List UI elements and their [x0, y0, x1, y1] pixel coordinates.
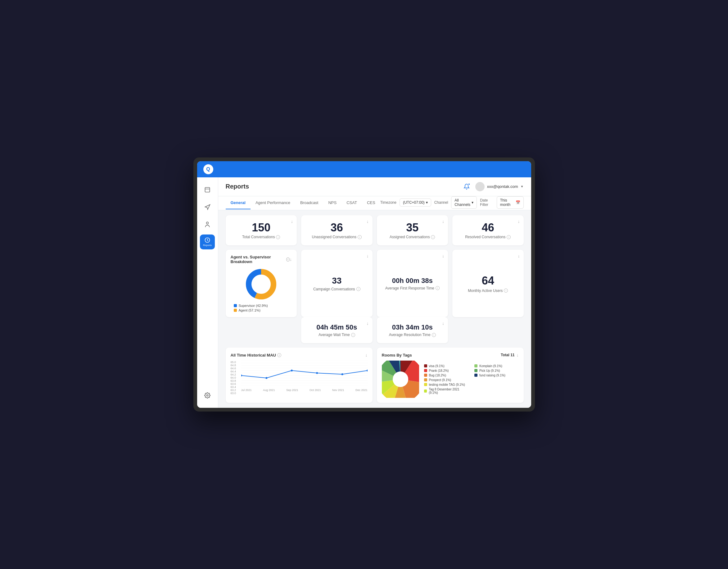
download-mau[interactable]: ↓ [518, 253, 520, 258]
mau-card: ↓ 64 Monthly Active Users i [452, 250, 524, 317]
wait-number: 04h 45m 50s [316, 323, 357, 332]
info-icon-resolved: i [507, 235, 511, 239]
avatar [475, 182, 485, 191]
info-icon-first-response: i [436, 286, 440, 290]
download-resolution[interactable]: ↓ [442, 321, 444, 326]
mau-chart-title: All Time Historical MAU i [231, 353, 281, 358]
assigned-conversations-number: 35 [406, 221, 418, 234]
legend-bug: Bug (18.2%) [424, 374, 468, 377]
legend-prank: Prank (18.2%) [424, 369, 468, 373]
avg-first-response-card: ↓ 00h 00m 38s Average First Response Tim… [377, 250, 448, 317]
stat-cards-row: ↓ 150 Total Conversations i ↓ 36 Unassi [226, 215, 524, 246]
stat-card-unassigned: ↓ 36 Unassigned Conversations i [301, 215, 373, 246]
info-icon-mau: i [504, 289, 508, 293]
sidebar-item-settings[interactable] [200, 388, 215, 403]
avg-wait-card: ↓ 04h 45m 50s Average Wait Time i [301, 317, 373, 343]
download-total[interactable]: ↓ [291, 219, 293, 224]
download-breakdown[interactable]: ↓ [290, 257, 292, 262]
breakdown-title-row: Agent vs. Supervisor Breakdown i ↓ [231, 255, 292, 264]
download-unassigned[interactable]: ↓ [367, 219, 369, 224]
user-email: xxx@qontak.com [487, 184, 518, 189]
sidebar-item-contacts[interactable] [200, 217, 215, 232]
tabs-filters: Timezone (UTC+07:00) ▾ Channel All Chann… [380, 196, 524, 210]
unassigned-conversations-label: Unassigned Conversations i [312, 235, 362, 239]
line-chart-svg [241, 361, 368, 386]
stat-card-total: ↓ 150 Total Conversations i [226, 215, 297, 246]
tab-general[interactable]: General [226, 196, 251, 209]
tab-ces[interactable]: CES [362, 196, 380, 209]
legend-dot-supervisor [234, 304, 237, 307]
info-icon-campaign: i [356, 287, 360, 291]
content-header: Reports xxx@qontak.com ▼ [218, 177, 531, 196]
info-icon-total: i [276, 235, 280, 239]
timezone-label: Timezone [380, 200, 396, 205]
resolved-conversations-number: 46 [482, 221, 494, 234]
sidebar-item-campaigns[interactable] [200, 200, 215, 214]
notification-button[interactable] [462, 182, 472, 192]
wait-label: Average Wait Time i [319, 333, 355, 337]
download-rooms[interactable]: ↓ [517, 353, 519, 358]
total-conversations-label: Total Conversations i [242, 235, 280, 239]
page-title: Reports [226, 183, 249, 190]
date-filter-select[interactable]: This month 📅 [497, 196, 524, 209]
download-first-response[interactable]: ↓ [442, 253, 444, 258]
rooms-total: Total 11 ↓ [501, 353, 518, 358]
channel-select[interactable]: All Channels ▾ [451, 196, 477, 209]
campaign-number: 33 [332, 276, 341, 286]
download-campaign[interactable]: ↓ [367, 253, 369, 258]
download-assigned[interactable]: ↓ [442, 219, 444, 224]
breakdown-title: Agent vs. Supervisor Breakdown i [231, 255, 290, 264]
download-mau-chart[interactable]: ↓ [365, 353, 368, 358]
user-menu[interactable]: xxx@qontak.com ▼ [475, 182, 524, 191]
legend-tag8: Tag 8 Desember 2021 (9.1%) [424, 388, 468, 395]
pie-legend-right: Komplain (9.1%) Pick Up (9.1%) [474, 364, 519, 395]
first-response-label: Average First Response Time i [385, 286, 440, 291]
date-filter-label: Date Filter [480, 198, 494, 207]
pie-legend-container: visa (9.1%) Prank (18.2%) [424, 364, 519, 395]
tab-broadcast[interactable]: Broadcast [295, 196, 323, 209]
legend-pickup: Pick Up (9.1%) [474, 369, 519, 373]
timezone-select[interactable]: (UTC+07:00) ▾ [400, 198, 431, 206]
legend-testing: testing mobile TAG (9.1%) [424, 383, 468, 386]
info-icon-mau-chart: i [277, 353, 281, 357]
dashboard: ↓ 150 Total Conversations i ↓ 36 Unassi [218, 210, 531, 408]
bottom-row: All Time Historical MAU i ↓ 65.0 64.8 64… [226, 348, 524, 403]
rooms-by-tags-card: Rooms By Tags Total 11 ↓ [377, 348, 524, 403]
mau-chart-card: All Time Historical MAU i ↓ 65.0 64.8 64… [226, 348, 373, 403]
info-icon-assigned: i [431, 235, 435, 239]
download-resolved[interactable]: ↓ [518, 219, 520, 224]
sidebar-item-reports[interactable]: Reports [200, 234, 215, 249]
download-wait[interactable]: ↓ [367, 321, 369, 326]
legend-fund-raising: fund raising (9.1%) [474, 374, 519, 377]
tab-nps[interactable]: NPS [323, 196, 341, 209]
resolution-label: Average Resolution Time i [389, 333, 436, 337]
sidebar-item-inbox[interactable] [200, 182, 215, 197]
line-chart-svg-container [241, 361, 368, 386]
y-axis-labels: 65.0 64.8 64.6 64.4 64.2 64.0 63.8 63.6 … [231, 361, 240, 386]
legend-prospect: Prospect (9.1%) [424, 378, 468, 382]
legend-komplain: Komplain (9.1%) [474, 364, 519, 368]
resolution-number: 03h 34m 10s [392, 323, 433, 332]
tab-agent-performance[interactable]: Agent Performance [251, 196, 295, 209]
svg-point-22 [366, 370, 367, 372]
info-icon-unassigned: i [358, 235, 362, 239]
tabs-row: General Agent Performance Broadcast NPS … [218, 196, 531, 210]
svg-point-2 [207, 395, 208, 396]
mau-chart-header: All Time Historical MAU i ↓ [231, 353, 368, 358]
svg-point-17 [241, 375, 242, 377]
total-conversations-number: 150 [252, 221, 270, 234]
x-axis-labels: Jul 2021 Aug 2021 Sep 2021 Oct 2021 Nov … [241, 389, 368, 392]
campaign-label: Campaign Conversations i [313, 287, 360, 291]
rooms-title: Rooms By Tags [382, 353, 412, 358]
donut-chart-container: Supervisor (42.9%) Agent (57.1%) [231, 267, 292, 312]
line-chart-area: 65.0 64.8 64.6 64.4 64.2 64.0 63.8 63.6 … [231, 361, 368, 392]
tab-csat[interactable]: CSAT [341, 196, 362, 209]
svg-point-21 [341, 373, 343, 375]
donut-chart-svg [244, 267, 278, 301]
rooms-header: Rooms By Tags Total 11 ↓ [382, 353, 519, 358]
pie-chart-svg [382, 361, 419, 398]
svg-point-20 [316, 372, 318, 374]
content-area: Reports xxx@qontak.com ▼ [218, 177, 531, 408]
mau-number: 64 [482, 274, 494, 287]
first-response-number: 00h 00m 38s [392, 277, 433, 285]
